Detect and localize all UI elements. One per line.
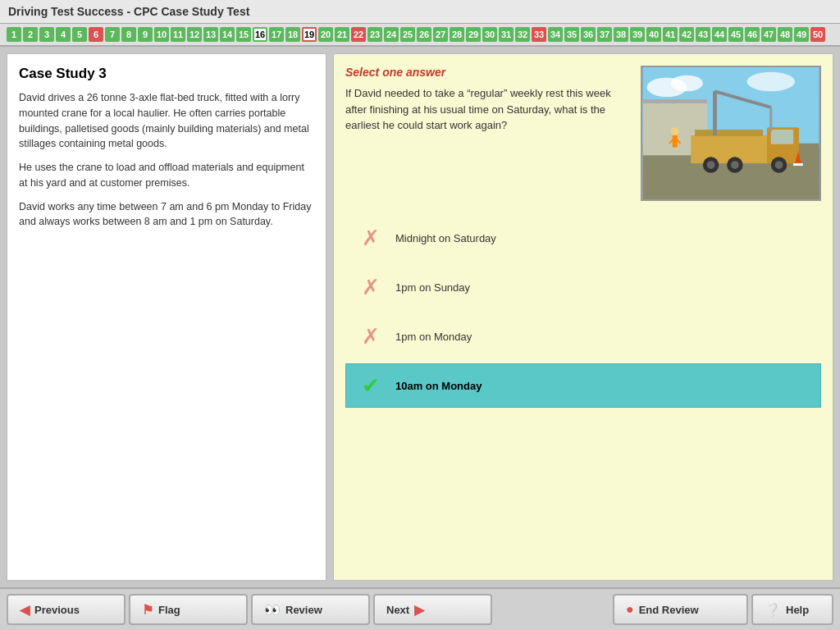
question-number-27[interactable]: 27 bbox=[433, 27, 448, 42]
question-number-25[interactable]: 25 bbox=[400, 27, 415, 42]
question-number-46[interactable]: 46 bbox=[745, 27, 760, 42]
previous-button[interactable]: ◀ Previous bbox=[7, 594, 126, 625]
answer-text-0: Midnight on Saturday bbox=[395, 232, 496, 244]
question-number-22[interactable]: 22 bbox=[351, 27, 366, 42]
question-number-14[interactable]: 14 bbox=[220, 27, 235, 42]
end-review-label: End Review bbox=[639, 604, 699, 616]
question-number-1[interactable]: 1 bbox=[7, 27, 21, 42]
question-number-28[interactable]: 28 bbox=[450, 27, 464, 42]
next-label: Next bbox=[386, 604, 409, 616]
question-number-23[interactable]: 23 bbox=[368, 27, 382, 42]
question-number-4[interactable]: 4 bbox=[56, 27, 71, 42]
cross-icon: ✗ bbox=[356, 272, 386, 302]
svg-rect-9 bbox=[771, 130, 793, 144]
answer-option-0[interactable]: ✗Midnight on Saturday bbox=[345, 216, 821, 260]
question-number-13[interactable]: 13 bbox=[203, 27, 218, 42]
question-number-29[interactable]: 29 bbox=[466, 27, 481, 42]
question-panel: Select one answer If David needed to tak… bbox=[333, 53, 833, 581]
question-number-12[interactable]: 12 bbox=[187, 27, 202, 42]
question-number-24[interactable]: 24 bbox=[384, 27, 399, 42]
question-number-40[interactable]: 40 bbox=[646, 27, 661, 42]
question-number-49[interactable]: 49 bbox=[794, 27, 809, 42]
svg-point-13 bbox=[731, 161, 739, 169]
question-number-16[interactable]: 16 bbox=[253, 27, 267, 42]
cross-icon: ✗ bbox=[356, 223, 386, 253]
case-study-title: Case Study 3 bbox=[19, 66, 314, 82]
question-number-18[interactable]: 18 bbox=[285, 27, 300, 42]
question-number-47[interactable]: 47 bbox=[761, 27, 776, 42]
case-study-para-3: David works any time between 7 am and 6 … bbox=[19, 199, 314, 231]
answer-option-2[interactable]: ✗1pm on Monday bbox=[345, 314, 821, 358]
arrow-right-icon: ▶ bbox=[414, 602, 424, 618]
title-bar: Driving Test Success - CPC Case Study Te… bbox=[0, 0, 840, 24]
question-number-9[interactable]: 9 bbox=[138, 27, 153, 42]
question-number-39[interactable]: 39 bbox=[630, 27, 645, 42]
bottom-nav: ◀ Previous ⚑ Flag 👀 Review Next ▶ ● End … bbox=[0, 587, 840, 630]
question-number-11[interactable]: 11 bbox=[171, 27, 185, 42]
flag-button[interactable]: ⚑ Flag bbox=[129, 594, 248, 625]
flag-icon: ⚑ bbox=[142, 602, 153, 618]
question-number-7[interactable]: 7 bbox=[105, 27, 120, 42]
svg-point-15 bbox=[775, 161, 783, 169]
question-number-19[interactable]: 19 bbox=[302, 27, 317, 42]
question-number-35[interactable]: 35 bbox=[564, 27, 579, 42]
question-number-50[interactable]: 50 bbox=[810, 27, 825, 42]
glasses-icon: 👀 bbox=[264, 602, 281, 618]
app-title: Driving Test Success - CPC Case Study Te… bbox=[8, 5, 249, 18]
question-number-17[interactable]: 17 bbox=[269, 27, 284, 42]
question-text: If David needed to take a “regular” week… bbox=[345, 85, 631, 134]
svg-rect-21 bbox=[793, 163, 803, 166]
question-number-42[interactable]: 42 bbox=[679, 27, 694, 42]
help-icon: ❔ bbox=[765, 602, 781, 618]
answer-option-1[interactable]: ✗1pm on Sunday bbox=[345, 265, 821, 309]
svg-point-2 bbox=[671, 75, 703, 92]
question-number-36[interactable]: 36 bbox=[581, 27, 596, 42]
question-number-32[interactable]: 32 bbox=[515, 27, 530, 42]
review-button[interactable]: 👀 Review bbox=[251, 594, 370, 625]
question-number-8[interactable]: 8 bbox=[121, 27, 136, 42]
question-number-44[interactable]: 44 bbox=[712, 27, 727, 42]
question-number-33[interactable]: 33 bbox=[532, 27, 546, 42]
help-label: Help bbox=[786, 604, 809, 616]
question-number-37[interactable]: 37 bbox=[597, 27, 612, 42]
question-number-34[interactable]: 34 bbox=[548, 27, 563, 42]
answer-option-3[interactable]: ✔10am on Monday bbox=[345, 363, 821, 408]
svg-point-11 bbox=[707, 161, 715, 169]
stop-icon: ● bbox=[626, 602, 634, 617]
question-number-43[interactable]: 43 bbox=[696, 27, 710, 42]
question-number-15[interactable]: 15 bbox=[236, 27, 251, 42]
svg-point-3 bbox=[747, 72, 796, 91]
next-button[interactable]: Next ▶ bbox=[373, 594, 492, 625]
question-number-bar: 1234567891011121314151617181920212223242… bbox=[0, 24, 840, 47]
svg-point-22 bbox=[671, 127, 679, 135]
question-number-10[interactable]: 10 bbox=[154, 27, 169, 42]
question-number-41[interactable]: 41 bbox=[663, 27, 678, 42]
answer-text-3: 10am on Monday bbox=[395, 380, 482, 392]
arrow-left-icon: ◀ bbox=[20, 602, 30, 618]
question-image bbox=[641, 66, 821, 201]
question-number-21[interactable]: 21 bbox=[335, 27, 349, 42]
question-number-45[interactable]: 45 bbox=[728, 27, 743, 42]
checkmark-icon: ✔ bbox=[356, 371, 386, 400]
end-review-button[interactable]: ● End Review bbox=[613, 594, 748, 625]
cross-icon: ✗ bbox=[356, 322, 386, 351]
question-text-area: Select one answer If David needed to tak… bbox=[345, 66, 631, 134]
question-number-31[interactable]: 31 bbox=[499, 27, 514, 42]
svg-rect-16 bbox=[695, 130, 763, 136]
question-number-26[interactable]: 26 bbox=[417, 27, 431, 42]
question-number-6[interactable]: 6 bbox=[89, 27, 103, 42]
question-number-2[interactable]: 2 bbox=[23, 27, 38, 42]
question-number-3[interactable]: 3 bbox=[39, 27, 54, 42]
question-top: Select one answer If David needed to tak… bbox=[345, 66, 821, 201]
answer-text-1: 1pm on Sunday bbox=[395, 281, 470, 294]
question-number-38[interactable]: 38 bbox=[614, 27, 628, 42]
question-number-5[interactable]: 5 bbox=[72, 27, 87, 42]
main-content: Case Study 3 David drives a 26 tonne 3-a… bbox=[0, 47, 840, 587]
answer-text-2: 1pm on Monday bbox=[395, 331, 472, 343]
case-study-para-1: David drives a 26 tonne 3-axle flat-bed … bbox=[19, 90, 314, 152]
question-number-20[interactable]: 20 bbox=[318, 27, 333, 42]
select-answer-label: Select one answer bbox=[345, 66, 631, 79]
question-number-30[interactable]: 30 bbox=[482, 27, 497, 42]
question-number-48[interactable]: 48 bbox=[778, 27, 792, 42]
help-button[interactable]: ❔ Help bbox=[751, 594, 833, 625]
